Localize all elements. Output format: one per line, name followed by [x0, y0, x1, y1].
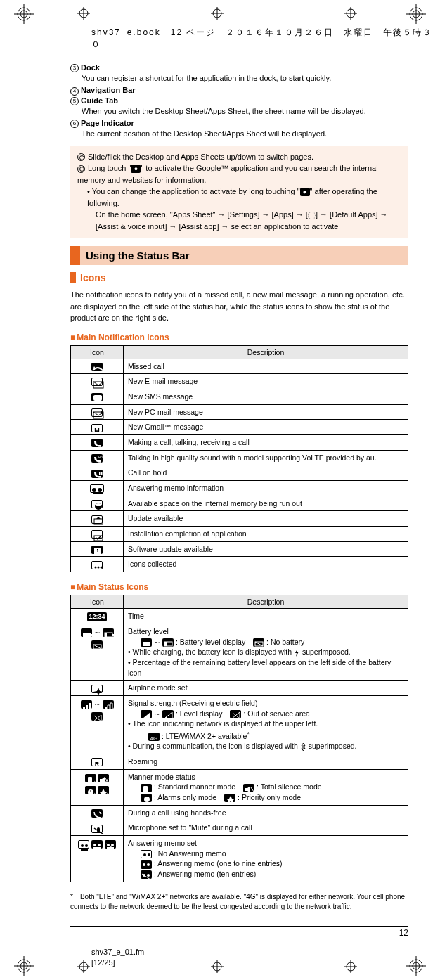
th-icon: Icon: [71, 595, 124, 609]
svg-point-49: [95, 566, 97, 568]
svg-point-92: [147, 863, 150, 866]
notification-icons-heading: Main Notification Icons: [70, 333, 408, 342]
pcmail-icon: [91, 408, 103, 417]
svg-rect-39: [99, 472, 101, 475]
circle-button-icon: ●: [300, 188, 310, 196]
manner-standard-icon: ♪: [85, 774, 96, 782]
svg-line-75: [251, 787, 254, 792]
svg-rect-59: [143, 642, 150, 646]
table-cell: New E-mail message: [124, 374, 408, 389]
subsection-heading: Icons: [70, 272, 408, 283]
svg-line-64: [94, 716, 101, 721]
sms-icon: [91, 393, 103, 401]
svg-point-89: [143, 853, 146, 856]
roaming-icon: R: [91, 758, 103, 766]
note-bullet-icon: [77, 153, 85, 161]
svg-rect-56: [112, 634, 114, 636]
item-number-6: 6: [70, 120, 79, 128]
table-cell: During a call using hands-free: [124, 805, 408, 820]
item-title-navbar: Navigation Bar: [81, 86, 136, 94]
signal-low-icon: [162, 710, 174, 718]
battery-full-icon: [81, 628, 92, 637]
table-cell: Icons collected: [124, 557, 408, 572]
table-cell: Answering memo set : No Answering memo :…: [124, 836, 408, 882]
table-cell: Call on hold: [124, 465, 408, 481]
manner-alarms-icon: [141, 794, 152, 802]
phone-call-icon: [91, 439, 103, 447]
svg-point-86: [111, 844, 114, 846]
table-cell: Update available: [124, 511, 408, 527]
time-icon: 12:34: [87, 612, 106, 621]
item-number-4: 4: [70, 87, 79, 96]
svg-point-79: [81, 844, 84, 847]
mic-mute-icon: [91, 825, 103, 833]
intro-text: The notification icons to notify you of …: [70, 289, 408, 324]
out-of-service-icon: [91, 712, 103, 721]
svg-point-41: [92, 488, 96, 492]
svg-rect-66: [88, 777, 92, 784]
table-cell: Signal strength (Receiving electric fiel…: [124, 695, 408, 754]
svg-point-51: [101, 566, 103, 568]
svg-line-58: [93, 645, 101, 649]
svg-rect-52: [83, 633, 91, 637]
memo-full-icon: [141, 870, 152, 879]
table-cell: Making a call, talking, receiving a call: [124, 434, 408, 450]
battery-low-icon: [103, 628, 114, 637]
notification-icons-table: IconDescription Missed call New E-mail m…: [70, 345, 408, 573]
install-complete-icon: [91, 530, 103, 539]
manner-silence-icon: [243, 784, 254, 792]
svg-rect-53: [91, 634, 92, 636]
svg-point-45: [95, 503, 102, 506]
memo-some-icon: [141, 860, 152, 869]
page-number: 12: [399, 928, 408, 938]
note-sub-2: On the home screen, "Apps Sheet" → [Sett…: [96, 210, 308, 219]
svg-point-42: [98, 488, 102, 492]
table-cell: New Gmail™ message: [124, 420, 408, 435]
svg-point-76: [144, 797, 150, 802]
table-cell: Manner mode status : Standard manner mod…: [124, 769, 408, 805]
th-icon: Icon: [71, 345, 124, 359]
svg-point-82: [93, 844, 96, 846]
answering-memo-icon: [90, 484, 104, 493]
note-bullet-icon: [77, 165, 85, 173]
svg-text:♪: ♪: [93, 780, 96, 784]
th-desc: Description: [124, 595, 408, 609]
no-battery-icon: [253, 638, 264, 647]
svg-line-63: [255, 642, 263, 646]
software-update-icon: [91, 546, 103, 554]
memo-full-icon: [105, 840, 116, 849]
svg-rect-46: [94, 519, 103, 524]
svg-point-50: [98, 566, 100, 568]
svg-rect-84: [93, 847, 101, 850]
section-heading: Using the Status Bar: [70, 246, 408, 265]
call-hold-icon: [91, 470, 103, 478]
table-cell: New PC-mail message: [124, 404, 408, 420]
manner-alarms-icon: ♪: [85, 786, 96, 794]
svg-rect-87: [107, 847, 114, 850]
svg-rect-40: [101, 472, 103, 475]
4g-signal-icon: 4G: [148, 733, 160, 741]
item-desc: When you switch the Desktop Sheet/Apps S…: [82, 106, 408, 117]
circle-button-icon: ●: [131, 165, 141, 173]
memo-none-icon: [141, 850, 152, 858]
icons-collected-icon: [91, 561, 103, 569]
signal-full-icon: [141, 710, 152, 718]
item-title-dock: Dock: [81, 63, 100, 72]
svg-rect-35: [93, 395, 102, 401]
battery-low-icon: [162, 638, 174, 647]
svg-point-90: [148, 853, 150, 856]
item-number-3: 3: [70, 64, 79, 72]
memo-none-icon: [78, 840, 89, 849]
update-available-icon: [91, 515, 103, 524]
svg-rect-81: [81, 848, 88, 851]
note-box: Slide/flick the Desktop and Apps Sheets …: [70, 146, 408, 238]
bolt-icon: [294, 649, 300, 657]
svg-rect-55: [105, 633, 107, 637]
manner-priority-icon: [224, 794, 235, 802]
storage-low-icon: [91, 500, 103, 508]
handsfree-icon: [91, 809, 103, 818]
airplane-icon: [91, 685, 103, 693]
battery-full-icon: [141, 638, 152, 647]
svg-point-80: [85, 844, 88, 847]
table-cell: Installation completion of application: [124, 527, 408, 542]
